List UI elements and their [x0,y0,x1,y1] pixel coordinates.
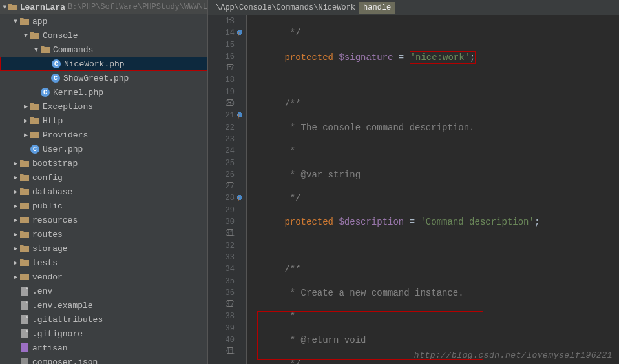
code-token: */ [252,359,301,364]
tree-item-database[interactable]: ▶database [0,185,207,199]
tree-label: database [32,187,72,197]
tree-label: Providers [43,130,88,140]
line-number: 39 [226,324,235,333]
code-content[interactable]: */ protected $signature = 'nice:work'; /… [247,15,619,364]
tree-item-config[interactable]: ▶config [0,170,207,185]
fold-icon[interactable]: − [227,64,233,70]
line-number: 29 [226,206,235,215]
tree-item-commands[interactable]: ▼Commands [0,43,207,57]
line-number: 18 [226,76,235,85]
tree-item-app[interactable]: ▼app [0,14,207,28]
tree-item-tests[interactable]: ▶tests [0,256,207,270]
tree-item-composer[interactable]: composer.json [0,355,207,364]
tree-item-http[interactable]: ▶Http [0,114,207,128]
line-number: 25 [226,159,235,168]
folder-icon [40,45,50,55]
tree-label: app [32,17,47,26]
tree-item-envexample[interactable]: .env.example [0,298,207,312]
line-number: 21 [226,111,235,120]
fold-icon[interactable]: − [227,17,233,23]
tree-item-bootstrap[interactable]: ▶bootstrap [0,156,207,170]
tree-label: Commands [53,45,93,55]
fold-icon[interactable]: − [227,300,233,307]
tree-item-artisan[interactable]: artisan [0,341,207,355]
fold-icon[interactable]: − [227,229,233,236]
class-file-icon: C [30,144,40,154]
tree-item-storage[interactable]: ▶storage [0,241,207,256]
class-file-icon: C [40,87,50,97]
tree-item-providers[interactable]: ▶Providers [0,128,207,142]
folder-icon [19,158,30,168]
tree-label: tests [32,258,58,268]
tree-item-gitattributes[interactable]: .gitattributes [0,312,207,327]
code-area[interactable]: 13− 14 15 16 17− 18 19 20− 21 22 23 24 2… [208,15,619,364]
chevron-down-icon: ▼ [1,4,8,11]
tree-label: Kernel.php [53,88,103,97]
chevron-down-icon: ▼ [22,32,30,39]
folder-icon [30,130,40,140]
fold-icon[interactable]: − [227,99,233,106]
chevron-right-icon: ▶ [12,216,19,224]
tree-label: NiceWork.php [64,59,125,69]
override-up-icon[interactable] [235,28,244,37]
line-number: 19 [226,88,235,97]
file-icon [19,329,30,339]
code-token: */ [252,28,301,38]
project-path: B:\PHP\SoftWare\PHPStudy\WWW\L [68,3,207,12]
override-up-icon[interactable] [235,110,244,119]
breadcrumb-bar[interactable]: \App\Console\Commands\NiceWork handle [208,0,619,15]
tree-label: resources [32,216,78,225]
override-up-icon[interactable] [235,193,244,202]
line-number: 33 [226,253,235,262]
code-token: * @var string [252,170,361,180]
code-token: * Create a new command instance. [252,288,464,298]
chevron-right-icon: ▶ [22,103,30,110]
chevron-right-icon: ▶ [12,230,19,238]
line-number: 22 [226,123,235,132]
class-file-icon: C [50,73,61,83]
breadcrumb-path[interactable]: \App\Console\Commands\NiceWork [212,2,359,14]
line-number: 16 [226,52,235,61]
tree-item-routes[interactable]: ▶routes [0,227,207,241]
tree-item-exceptions[interactable]: ▶Exceptions [0,99,207,114]
breadcrumb-function[interactable]: handle [359,2,395,14]
tree-item-nicework[interactable]: CNiceWork.php [0,57,207,71]
project-root-row[interactable]: ▼ LearnLara B:\PHP\SoftWare\PHPStudy\WWW… [0,0,207,14]
line-number: 38 [226,312,235,321]
ide-root: ▼ LearnLara B:\PHP\SoftWare\PHPStudy\WWW… [0,0,619,364]
line-number: 14 [226,28,235,37]
tree-item-kernel[interactable]: CKernel.php [0,85,207,99]
code-token: */ [252,193,301,203]
folder-icon [30,101,40,112]
fold-icon[interactable]: − [227,182,233,188]
tree-item-showgreet[interactable]: CShowGreet.php [0,71,207,85]
watermark-text: http://blog.csdn.net/lovemyself196221 [414,350,613,360]
folder-icon [19,243,30,254]
tree-item-resources[interactable]: ▶resources [0,213,207,227]
folder-icon [19,187,30,197]
code-token: /** [252,99,301,109]
chevron-right-icon: ▶ [12,259,19,267]
fold-icon[interactable]: − [227,347,233,354]
code-token: ; [534,217,540,227]
tree-item-vendor[interactable]: ▶vendor [0,270,207,284]
line-number-gutter[interactable]: 13− 14 15 16 17− 18 19 20− 21 22 23 24 2… [208,15,247,364]
tree-label: Exceptions [43,102,93,112]
tree-label: composer.json [32,358,98,365]
folder-icon [19,215,30,225]
chevron-down-icon: ▼ [32,46,40,54]
tree-item-env[interactable]: .env [0,284,207,298]
line-number: 35 [226,277,235,286]
code-token: * [252,311,295,321]
tree-item-gitignore[interactable]: .gitignore [0,327,207,341]
chevron-right-icon: ▶ [12,202,19,210]
tree-item-console[interactable]: ▼Console [0,28,207,43]
project-tree[interactable]: ▼ LearnLara B:\PHP\SoftWare\PHPStudy\WWW… [0,0,208,364]
class-file-icon: C [51,59,61,69]
tree-item-user[interactable]: CUser.php [0,142,207,156]
tree-item-public[interactable]: ▶public [0,199,207,213]
code-token: * [252,146,295,156]
code-token: protected [252,217,339,227]
tree-label: bootstrap [32,159,78,168]
line-number: 28 [226,194,235,203]
